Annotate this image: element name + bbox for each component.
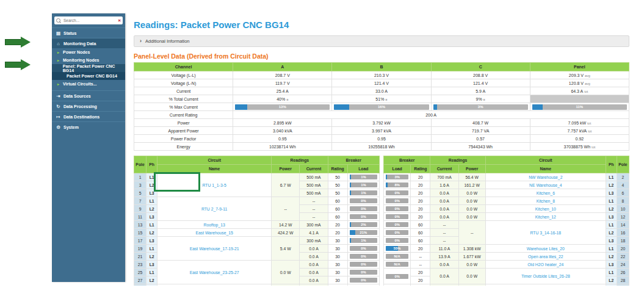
sidebar-item-data-destinations[interactable]: ↦ Data Destinations [52,111,125,121]
circuit-name-link[interactable]: NE Warehouse_4 [529,183,562,187]
load-badge: 0% [350,254,377,259]
panel-value: 119.7 V [275,81,290,85]
panel-value: 0.92 [576,137,584,141]
circuit-name-link[interactable]: East Warehouse_15 [195,231,233,235]
sidebar-item-power-nodes[interactable]: ▸ Power Nodes [52,48,125,56]
arrow-head-icon [21,59,31,70]
monitoring-data-icon: ⌂ [56,41,61,46]
max-current-label: 16% [334,104,429,110]
power-cell: 5.4 W [272,237,300,261]
circuit-name-link[interactable]: Kitchen_8 [537,199,555,203]
circuit-name-link[interactable]: East Warehouse_23-25-27 [190,270,239,275]
circuit-name-cell: Kitchen_8 [485,197,606,205]
col-rating: Rating [328,165,347,173]
sidebar-item-monitoring-nodes[interactable]: ▸ Monitoring Nodes [52,56,125,64]
circuit-name-link[interactable]: Timer Outside Lites_26-28 [521,274,570,278]
circuit-name-link[interactable]: Old H2O heater_24 [527,262,563,267]
rating-cell: 30 [328,253,347,261]
power-cell: 56.4 W [458,173,485,181]
panel-table-row: Current Rating200 A [134,111,629,119]
sidebar-item-monitoring-data[interactable]: ⌂ Monitoring Data [52,38,125,48]
circuit-name-link[interactable]: NW Warehouse_2 [529,175,562,179]
load-cell: 0% [384,205,411,213]
sidebar-item-system[interactable]: ⚙ System [52,121,125,132]
col-breaker: Breaker [328,156,379,165]
sidebar-item-panel-packet-power[interactable]: Panel: Packet Power CNC BG14 [52,64,125,72]
circuit-name-link[interactable]: Kitchen_12 [535,215,556,219]
panel-table-row: Current25.4 A33.0 A5.9 A64.3 Atot [134,87,629,95]
load-label: 1% [350,238,377,243]
current-cell: 0.0 A [430,189,458,197]
circuit-tables: Pole Ph Circuit Readings Breaker Name Po… [134,156,629,286]
sidebar-item-virtual-circuits[interactable]: ▸ Virtual Circuits... [52,80,125,88]
max-current-label: 13% [235,104,330,110]
power-cell: 161.2 W [458,181,485,189]
current-cell: 500 mA [300,173,328,181]
circuit-name-link[interactable]: Rooftop_13 [204,223,225,227]
load-cell: 1% [347,189,379,197]
circuit-name-link[interactable]: Open area lites_22 [528,254,563,259]
close-icon[interactable]: × [118,18,121,23]
rating-cell: 50 [328,173,347,181]
circuit-name-link[interactable]: Warehouse Lites_20 [527,247,565,251]
load-badge: 1% [350,182,377,187]
search-input[interactable] [62,18,116,23]
pole-cell: 12 [617,213,629,221]
phase-cell: L1 [147,221,157,229]
additional-information-label: Additional Information [145,38,190,44]
sidebar-item-data-processing[interactable]: ↻ Data Processing [52,101,125,111]
table-row: 0%200.0 A0.0 WKitchen_8L18 [384,197,629,205]
phase-cell: L1 [606,197,617,205]
power-cell: 0.0 W [458,269,485,284]
phase-cell: L3 [606,237,617,245]
panel-value-cell: 121.4 V [431,79,530,87]
additional-information-toggle[interactable]: › Additional Information [134,35,629,47]
chevron-right-icon: ▸ [57,50,61,54]
panel-value-cell: 13% [233,103,332,111]
power-cell: 0.0 W [458,261,485,269]
value-suffix: ≡ [483,98,485,101]
value-suffix: avg [585,82,590,85]
pole-cell: 8 [617,197,629,205]
sidebar: × ▤ Status ⌂ Monitoring Data ▸ Power Nod… [52,13,125,282]
col-circuit: Circuit [485,156,606,165]
load-label: 0% [386,206,408,211]
panel-value: 51% [375,97,384,101]
power-cell: 0.0 W [458,284,485,286]
panel-value: 408.7 W [472,121,488,125]
load-cell: 2% [347,221,379,229]
load-label: 0% [386,274,408,279]
col-load: Load [347,165,379,173]
col-pole: Pole [134,156,147,173]
power-cell: 6.7 W [272,173,300,197]
table-row: 29L3Cubicles_29191.7 W2.4 A2012% [134,284,380,286]
max-current-bar: 3% [433,104,528,110]
panel-value-cell: 2.895 kW [233,119,332,127]
circuit-name-link[interactable]: RTU 2_7-9-11 [201,207,227,211]
pole-cell: 3 [134,181,147,189]
panel-merged-value: 200 A [233,111,629,119]
panel-table-row: % Total Current40%≡51%≡9%≡ [134,95,629,103]
circuit-name-link[interactable]: Kitchen_10 [535,207,556,211]
sidebar-item-label: System [63,125,79,129]
panel-value: 7.095 kW [568,121,587,125]
page-title: Readings: Packet Power CNC BG14 [134,20,629,30]
circuit-name-link[interactable]: East Warehouse_17-19-21 [190,247,239,251]
load-cell: 3% [384,173,411,181]
pole-cell: 22 [617,253,629,261]
table-row: 0%200.0 A0.0 WKitchen_12L312 [384,213,629,221]
circuit-name-cell: NE Warehouse_4 [485,181,606,189]
sidebar-item-status[interactable]: ▤ Status [52,27,125,38]
sidebar-item-packet-power-cnc-bg14[interactable]: Packet Power CNC BG14 [52,72,125,80]
circuit-name-link[interactable]: Kitchen_6 [537,191,555,195]
load-label: 55% [386,246,408,251]
circuit-name-link[interactable]: RTU 1_1-3-5 [203,183,226,187]
max-current-bar: 11% [532,104,627,110]
load-badge: 8% [386,182,408,187]
circuit-name-link[interactable]: RTU 3_14-16-18 [530,231,562,235]
sidebar-item-data-sources[interactable]: ⇥ Data Sources [52,90,125,101]
panel-value-cell: 0.57 [431,135,530,143]
load-cell: 0% [347,245,379,253]
search-bar[interactable]: × [54,16,123,24]
panel-value-cell: 3.040 kVA [233,127,332,135]
